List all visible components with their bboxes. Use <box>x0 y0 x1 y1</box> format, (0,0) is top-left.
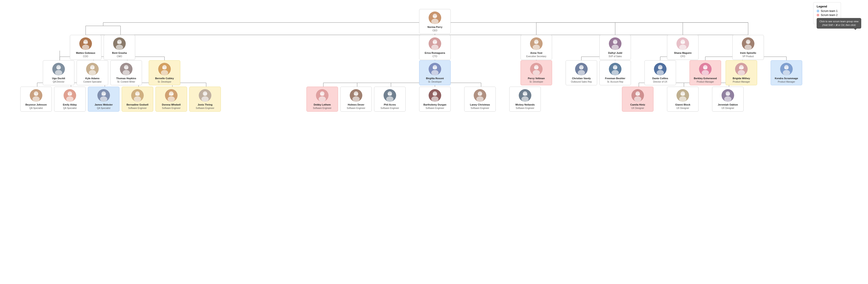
node-kyle[interactable]: KA Kyle AdamsContent Specialist <box>76 60 108 85</box>
node-dalhyl[interactable]: DJ Dalhyl JuddSVP of Sales <box>599 35 631 60</box>
node-bent[interactable]: BG Bent GrashaCMO <box>104 35 135 60</box>
avatar-dorena: DW <box>165 89 178 102</box>
name-bernelle: Bernelle Cubley <box>155 77 174 80</box>
svg-text:FB: FB <box>613 66 617 70</box>
title-debby: Software Engineer <box>313 107 332 110</box>
node-dorena[interactable]: DW Dorena WhebellSoftware Engineer <box>155 86 187 112</box>
svg-point-80 <box>431 44 438 50</box>
svg-text:BG: BG <box>135 93 140 96</box>
svg-point-100 <box>55 70 62 75</box>
node-berkley[interactable]: BE Berkley EsherwoodProduct Manager <box>689 60 721 85</box>
svg-point-104 <box>89 70 96 75</box>
svg-point-140 <box>738 70 745 75</box>
avatar-freeman: FB <box>609 63 621 75</box>
node-brigida[interactable]: BW Brigida WitheyProduct Manager <box>725 60 757 85</box>
node-mickey[interactable]: MN Mickey NeilandsSoftware Engineer <box>509 86 541 112</box>
org-chart: Legend Scrum team 1 Scrum team 2 Scrum t… <box>0 0 868 284</box>
name-james: James Webster <box>95 103 113 106</box>
node-jonis[interactable]: JT Jonis ThringSoftware Engineer <box>189 86 221 112</box>
svg-text:BJ: BJ <box>34 93 38 96</box>
legend-label-2: Scrum team 2 <box>821 13 838 16</box>
node-beyonce[interactable]: BJ Beyonce JohnsonQA Specialist <box>20 86 52 112</box>
avatar-holmes: HD <box>350 89 362 102</box>
avatar-bent: BG <box>113 37 126 50</box>
name-thomas: Thomas Hopkins <box>116 77 136 80</box>
avatar-laney: LC <box>474 89 486 102</box>
scrum-team-tooltip: Click to see scrum team group view (Hold… <box>817 18 861 29</box>
node-bernelle[interactable]: BC Bernelle CubleySr. Developer <box>149 60 180 85</box>
node-gianni[interactable]: GB Gianni BlockUX Designer <box>667 86 699 112</box>
avatar-gianni: GB <box>677 89 689 102</box>
svg-point-68 <box>431 19 438 24</box>
avatar-shana: SM <box>677 37 689 50</box>
title-gianni: UX Designer <box>677 107 689 110</box>
title-laney: Software Engineer <box>471 107 489 110</box>
node-emily[interactable]: EA Emily AldayQA Specialist <box>54 86 86 112</box>
svg-text:BR: BR <box>433 66 437 70</box>
title-shana: CFO <box>680 55 685 58</box>
svg-point-164 <box>168 96 175 102</box>
node-dante[interactable]: DC Dante CollinsDirector of UX <box>645 60 676 85</box>
node-freeman[interactable]: FB Freeman BeuhlerSr. Account Rep <box>599 60 631 85</box>
node-thomas[interactable]: TH Thomas HopkinsSr. Content Writer <box>111 60 142 85</box>
node-jeremiah[interactable]: JO Jeremiah OaktonUX Designer <box>712 86 744 112</box>
title-thomas: Sr. Content Writer <box>117 80 135 83</box>
name-jonis: Jonis Thring <box>197 103 213 106</box>
name-brigida: Brigida Withey <box>733 77 750 80</box>
avatar-anna: AY <box>530 37 542 50</box>
legend-title: Legend <box>817 5 838 8</box>
node-bartholemy[interactable]: BD Bartholemy DurganSoftware Engineer <box>419 86 451 112</box>
title-holmes: Software Engineer <box>347 107 365 110</box>
node-christian[interactable]: CV Christian VandyOutbound Sales Rep <box>566 60 597 85</box>
title-berkley: Product Manager <box>697 80 714 83</box>
node-holmes[interactable]: HD Holmes DeverSoftware Engineer <box>340 86 372 112</box>
node-birgitta[interactable]: BR Birgitta RosoniSr. Developer <box>419 60 451 85</box>
node-matteo[interactable]: MG Matteo GobeauxCOO <box>70 35 101 60</box>
node-james[interactable]: JW James WebsterQA Specialist <box>88 86 119 112</box>
name-erica: Erica Romaguera <box>425 51 445 55</box>
svg-text:PA: PA <box>388 93 392 96</box>
title-anna: Executive Secretary <box>526 55 547 58</box>
name-norma: Norma Perry <box>428 26 442 29</box>
svg-point-96 <box>745 44 752 50</box>
legend-dot-2 <box>817 14 819 16</box>
svg-point-72 <box>82 44 89 50</box>
node-anna[interactable]: AY Anna YostExecutive Secretary <box>521 35 552 60</box>
node-phil[interactable]: PA Phil AcresSoftware Engineer <box>374 86 406 112</box>
avatar-christian: CV <box>575 63 588 75</box>
svg-text:CH: CH <box>636 93 640 96</box>
node-ugo[interactable]: UD Ugo DuckitQA Director <box>43 60 74 85</box>
name-mickey: Mickey Neilands <box>515 103 535 106</box>
name-camila: Camila Hintz <box>630 103 645 106</box>
node-kendra[interactable]: KS Kendra ScrammageProduct Manager <box>771 60 802 85</box>
node-bernadine[interactable]: BG Bernadine GodsellSoftware Engineer <box>122 86 153 112</box>
node-percy[interactable]: PV Percy VeltmanSr. Developer <box>521 60 552 85</box>
name-anna: Anna Yost <box>530 51 542 55</box>
node-camila[interactable]: CH Camila HintzUX Designer <box>622 86 653 112</box>
name-dalhyl: Dalhyl Judd <box>608 51 622 55</box>
avatar-jeremiah: JO <box>721 89 734 102</box>
node-shana[interactable]: SM Shana MaguireCFO <box>667 35 699 60</box>
title-kyle: Content Specialist <box>83 80 102 83</box>
svg-text:BG: BG <box>117 41 122 44</box>
svg-text:PV: PV <box>534 66 538 70</box>
svg-text:SM: SM <box>681 41 685 44</box>
node-norma[interactable]: NP Norma PerryCEO <box>419 9 451 34</box>
name-dorena: Dorena Whebell <box>162 103 181 106</box>
svg-text:BE: BE <box>703 66 707 70</box>
title-christian: Outbound Sales Rep <box>571 80 592 83</box>
title-ugo: QA Director <box>53 80 64 83</box>
name-kendra: Kendra Scrammage <box>775 77 798 80</box>
node-erica[interactable]: ER Erica RomagueraCTO <box>419 35 451 60</box>
svg-point-108 <box>123 70 130 75</box>
svg-point-196 <box>634 96 641 102</box>
title-emily: QA Specialist <box>63 107 76 110</box>
name-kyle: Kyle Adams <box>85 77 100 80</box>
node-irwin[interactable]: IS Irwin SpinelloVP Product <box>732 35 764 60</box>
node-laney[interactable]: LC Laney ChristmasSoftware Engineer <box>464 86 496 112</box>
svg-text:HD: HD <box>354 93 358 96</box>
title-bernelle: Sr. Developer <box>158 80 172 83</box>
avatar-emily: EA <box>64 89 76 102</box>
node-debby[interactable]: DL Debby LethemSoftware Engineer <box>306 86 338 112</box>
svg-point-188 <box>476 96 484 102</box>
